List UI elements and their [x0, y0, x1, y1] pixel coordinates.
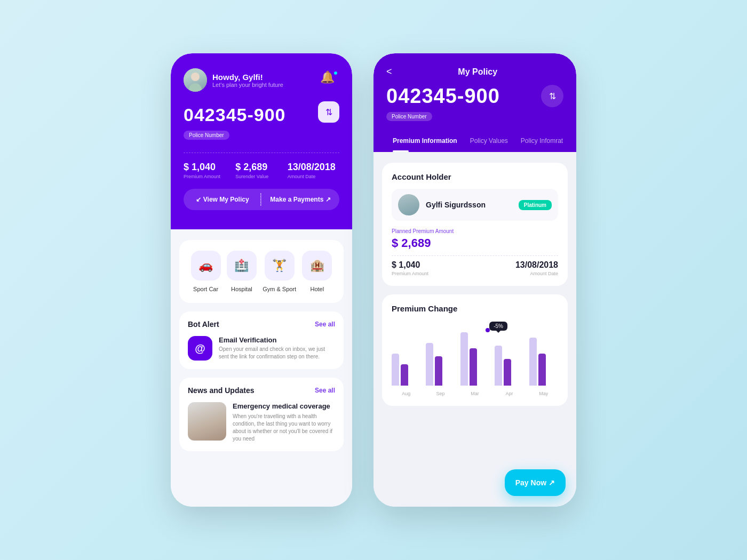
phone-1: Howdy, Gylfi! Let's plan your bright fut… [171, 53, 352, 507]
chart-dot [486, 328, 490, 332]
surrender-value: $ 2,689 [235, 162, 287, 173]
notification-dot [333, 70, 338, 76]
phone2-tabs: Premium Information Policy Values Policy… [386, 132, 563, 152]
amount-date-label: Amount Date [288, 174, 339, 179]
bar-group-may [529, 338, 558, 386]
phone-2: < My Policy 042345-900 ⇅ Police Number P… [374, 53, 576, 507]
surrender-label: Surender Value [235, 174, 287, 179]
sound-icon: ⇅ [325, 107, 332, 117]
greeting-subtitle: Let's plan your bright future [212, 82, 320, 88]
news-thumb-inner [188, 402, 226, 441]
alert-item: @ Email Verification Open your email and… [188, 336, 335, 361]
greeting-block: Howdy, Gylfi! Let's plan your bright fut… [212, 73, 320, 88]
phone2-header: < My Policy 042345-900 ⇅ Police Number P… [374, 53, 576, 152]
phone2-police-badge: Police Number [386, 112, 432, 121]
category-hotel[interactable]: 🏨 Hotel [302, 251, 332, 292]
phone2-body: Account Holder Gylfi Sigurdsson Platinum… [374, 152, 576, 507]
hospital-label: Hospital [231, 286, 252, 292]
alert-content: Email Verification Open your email and c… [219, 336, 335, 361]
bot-alert-card: Bot Alert See all @ Email Verification O… [179, 311, 344, 369]
news-thumbnail [188, 402, 226, 441]
bottom-date-label: Amount Date [515, 271, 558, 276]
tab-policy-information[interactable]: Policy Infomrat [514, 132, 569, 152]
amount-date-stat: 13/08/2018 Amount Date [288, 162, 339, 179]
bottom-premium-label: Premium Amount [392, 271, 428, 276]
bar-group-sep [426, 343, 455, 386]
make-payment-button[interactable]: Make a Payments ↗ [261, 189, 339, 210]
bar-group-apr [495, 346, 523, 386]
back-button[interactable]: < [386, 66, 392, 77]
premium-amount-stat: $ 1,040 Premium Amount [184, 162, 235, 179]
news-see-all[interactable]: See all [315, 387, 335, 394]
phone1-header: Howdy, Gylfi! Let's plan your bright fut… [171, 53, 352, 229]
stats-row: $ 1,040 Premium Amount $ 2,689 Surender … [184, 162, 339, 179]
news-header: News and Updates See all [188, 386, 335, 395]
bar-sep-light [426, 343, 433, 386]
sport-car-icon-wrap: 🚗 [191, 251, 221, 281]
pay-now-button[interactable]: Pay Now ↗ [505, 469, 566, 496]
sound-button[interactable]: ⇅ [318, 101, 339, 123]
news-item: Emergency medical coverage When you're t… [188, 402, 335, 443]
action-buttons-row: ↙ View My Policy Make a Payments ↗ [184, 189, 339, 210]
divider [184, 153, 339, 153]
bar-group-aug [392, 354, 420, 386]
planned-premium-value: $ 2,689 [392, 236, 558, 250]
bottom-date-stat: 13/08/2018 Amount Date [515, 260, 558, 276]
news-content: Emergency medical coverage When you're t… [233, 402, 335, 443]
category-hospital[interactable]: 🏥 Hospital [227, 251, 257, 292]
email-icon-wrap: @ [188, 336, 212, 361]
x-label-aug: Aug [392, 391, 420, 396]
bar-aug-dark [401, 364, 408, 386]
bar-mar-dark [470, 348, 477, 386]
bottom-stats-row: $ 1,040 Premium Amount 13/08/2018 Amount… [392, 260, 558, 276]
premium-amount-label: Premium Amount [184, 174, 235, 179]
bot-alert-see-all[interactable]: See all [315, 321, 335, 328]
category-sport-car[interactable]: 🚗 Sport Car [191, 251, 221, 292]
x-label-sep: Sep [426, 391, 455, 396]
notification-bell[interactable]: 🔔 [320, 70, 339, 90]
policy-number: 042345-900 [184, 105, 339, 125]
alert-title: Email Verification [219, 336, 335, 344]
news-title: News and Updates [188, 386, 254, 395]
phone2-sound-icon: ⇅ [549, 91, 556, 101]
tab-policy-values[interactable]: Policy Values [464, 132, 514, 152]
platinum-badge: Platinum [519, 200, 552, 210]
phone2-sound-button[interactable]: ⇅ [541, 85, 563, 107]
hospital-icon: 🏥 [234, 259, 249, 273]
phone1-top-row: Howdy, Gylfi! Let's plan your bright fut… [184, 68, 339, 92]
bot-alert-header: Bot Alert See all [188, 320, 335, 329]
account-holder-row: Gylfi Sigurdsson Platinum [392, 189, 558, 221]
avatar [184, 68, 207, 92]
news-article-desc: When you're travelling with a health con… [233, 413, 335, 443]
amount-date-value: 13/08/2018 [288, 162, 339, 173]
police-number-badge: Police Number [184, 131, 229, 140]
account-avatar [398, 194, 419, 215]
car-icon: 🚗 [198, 259, 213, 273]
page-title: My Policy [392, 67, 563, 77]
bar-group-mar [460, 332, 489, 386]
bar-apr-light [495, 346, 502, 386]
gym-icon: 🏋 [272, 259, 287, 273]
view-policy-button[interactable]: ↙ View My Policy [184, 189, 261, 210]
news-card: News and Updates See all Emergency medic… [179, 378, 344, 451]
planned-premium-label: Planned Premium Amount [392, 228, 558, 234]
premium-amount-value: $ 1,040 [184, 162, 235, 173]
bottom-date-value: 13/08/2018 [515, 260, 558, 270]
category-gym-sport[interactable]: 🏋 Gym & Sport [263, 251, 296, 292]
x-label-may: May [529, 391, 558, 396]
bell-icon: 🔔 [320, 70, 335, 84]
chart-tooltip: -5% [489, 322, 507, 331]
x-label-apr: Apr [495, 391, 523, 396]
email-icon: @ [195, 342, 205, 355]
bar-apr-dark [504, 359, 511, 386]
premium-change-title: Premium Change [392, 304, 558, 313]
divider-light [392, 255, 558, 256]
premium-change-card: Premium Change -5% [382, 294, 568, 406]
categories-card: 🚗 Sport Car 🏥 Hospital 🏋 Gym & Sport 🏨 [179, 240, 344, 303]
phone1-body: 🚗 Sport Car 🏥 Hospital 🏋 Gym & Sport 🏨 [171, 229, 352, 507]
tab-premium-information[interactable]: Premium Information [386, 132, 464, 152]
sport-car-label: Sport Car [193, 286, 218, 292]
bar-sep-dark [435, 356, 442, 386]
surrender-value-stat: $ 2,689 Surender Value [235, 162, 287, 179]
hospital-icon-wrap: 🏥 [227, 251, 257, 281]
